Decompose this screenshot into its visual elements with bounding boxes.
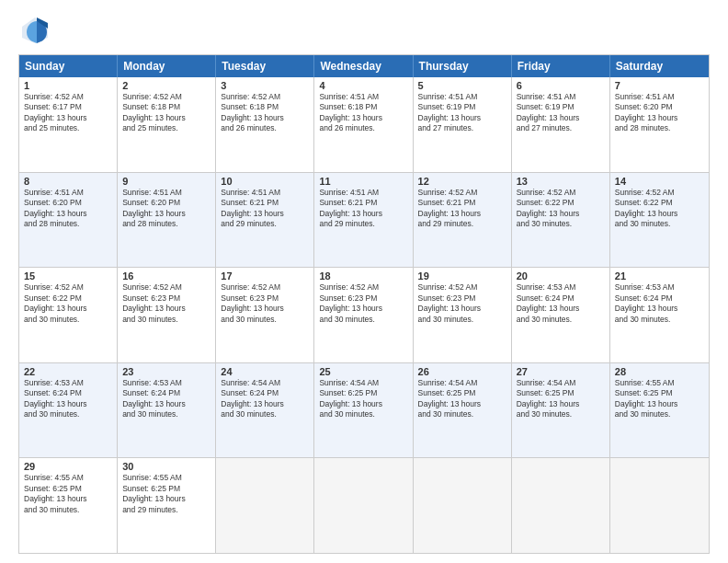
day-number: 1 [24, 80, 112, 91]
day-number: 12 [418, 176, 506, 187]
day-number: 29 [24, 461, 112, 472]
day-number: 8 [24, 176, 112, 187]
cell-info: Sunrise: 4:52 AMSunset: 6:23 PMDaylight:… [221, 282, 309, 325]
cell-info: Sunrise: 4:54 AMSunset: 6:25 PMDaylight:… [319, 378, 407, 420]
calendar-row-4: 29Sunrise: 4:55 AMSunset: 6:25 PMDayligh… [19, 457, 709, 553]
empty-cell [216, 458, 314, 553]
empty-cell [314, 458, 413, 553]
day-cell-17: 17Sunrise: 4:52 AMSunset: 6:23 PMDayligh… [216, 268, 314, 362]
calendar-row-0: 1Sunrise: 4:52 AMSunset: 6:17 PMDaylight… [19, 77, 709, 172]
day-number: 16 [122, 270, 210, 282]
cell-info: Sunrise: 4:51 AMSunset: 6:20 PMDaylight:… [615, 92, 704, 134]
page: SundayMondayTuesdayWednesdayThursdayFrid… [0, 0, 728, 563]
cell-info: Sunrise: 4:51 AMSunset: 6:21 PMDaylight:… [319, 188, 407, 230]
cell-info: Sunrise: 4:55 AMSunset: 6:25 PMDaylight:… [24, 473, 112, 515]
day-cell-22: 22Sunrise: 4:53 AMSunset: 6:24 PMDayligh… [19, 363, 118, 458]
cell-info: Sunrise: 4:51 AMSunset: 6:21 PMDaylight:… [221, 188, 309, 230]
day-number: 25 [319, 366, 407, 377]
calendar: SundayMondayTuesdayWednesdayThursdayFrid… [18, 54, 710, 554]
day-cell-20: 20Sunrise: 4:53 AMSunset: 6:24 PMDayligh… [512, 268, 610, 362]
calendar-row-2: 15Sunrise: 4:52 AMSunset: 6:22 PMDayligh… [19, 267, 709, 362]
day-number: 26 [418, 366, 506, 377]
day-cell-11: 11Sunrise: 4:51 AMSunset: 6:21 PMDayligh… [314, 173, 413, 268]
day-number: 28 [615, 366, 704, 377]
day-cell-3: 3Sunrise: 4:52 AMSunset: 6:18 PMDaylight… [216, 77, 314, 172]
day-number: 27 [517, 366, 605, 377]
header [18, 14, 710, 47]
cell-info: Sunrise: 4:52 AMSunset: 6:23 PMDaylight:… [319, 282, 407, 325]
empty-cell [512, 458, 610, 553]
day-number: 6 [517, 80, 605, 91]
header-day-thursday: Thursday [414, 55, 512, 77]
day-number: 7 [615, 80, 704, 91]
cell-info: Sunrise: 4:54 AMSunset: 6:25 PMDaylight:… [418, 378, 506, 420]
day-number: 18 [319, 270, 407, 282]
day-cell-19: 19Sunrise: 4:52 AMSunset: 6:23 PMDayligh… [414, 268, 512, 362]
cell-info: Sunrise: 4:53 AMSunset: 6:24 PMDaylight:… [24, 378, 112, 420]
cell-info: Sunrise: 4:52 AMSunset: 6:17 PMDaylight:… [24, 92, 112, 134]
day-cell-7: 7Sunrise: 4:51 AMSunset: 6:20 PMDaylight… [610, 77, 709, 172]
header-day-friday: Friday [512, 55, 610, 77]
day-number: 22 [24, 366, 112, 377]
day-cell-12: 12Sunrise: 4:52 AMSunset: 6:21 PMDayligh… [414, 173, 512, 268]
cell-info: Sunrise: 4:52 AMSunset: 6:18 PMDaylight:… [122, 92, 210, 134]
cell-info: Sunrise: 4:52 AMSunset: 6:22 PMDaylight:… [517, 188, 605, 230]
calendar-row-1: 8Sunrise: 4:51 AMSunset: 6:20 PMDaylight… [19, 172, 709, 268]
calendar-row-3: 22Sunrise: 4:53 AMSunset: 6:24 PMDayligh… [19, 362, 709, 458]
header-day-wednesday: Wednesday [314, 55, 413, 77]
day-cell-15: 15Sunrise: 4:52 AMSunset: 6:22 PMDayligh… [19, 268, 118, 362]
day-cell-16: 16Sunrise: 4:52 AMSunset: 6:23 PMDayligh… [118, 268, 216, 362]
cell-info: Sunrise: 4:51 AMSunset: 6:19 PMDaylight:… [418, 92, 506, 134]
day-number: 13 [517, 176, 605, 187]
cell-info: Sunrise: 4:53 AMSunset: 6:24 PMDaylight:… [122, 378, 210, 420]
cell-info: Sunrise: 4:51 AMSunset: 6:20 PMDaylight:… [24, 188, 112, 230]
day-cell-1: 1Sunrise: 4:52 AMSunset: 6:17 PMDaylight… [19, 77, 118, 172]
day-cell-14: 14Sunrise: 4:52 AMSunset: 6:22 PMDayligh… [610, 173, 709, 268]
day-cell-13: 13Sunrise: 4:52 AMSunset: 6:22 PMDayligh… [512, 173, 610, 268]
empty-cell [610, 458, 709, 553]
day-cell-30: 30Sunrise: 4:55 AMSunset: 6:25 PMDayligh… [118, 458, 216, 553]
cell-info: Sunrise: 4:51 AMSunset: 6:18 PMDaylight:… [319, 92, 407, 134]
cell-info: Sunrise: 4:54 AMSunset: 6:25 PMDaylight:… [517, 378, 605, 420]
day-number: 9 [122, 176, 210, 187]
day-number: 17 [221, 270, 309, 282]
cell-info: Sunrise: 4:55 AMSunset: 6:25 PMDaylight:… [122, 473, 210, 515]
day-number: 19 [418, 270, 506, 282]
day-cell-25: 25Sunrise: 4:54 AMSunset: 6:25 PMDayligh… [314, 363, 413, 458]
day-number: 10 [221, 176, 309, 187]
day-number: 15 [24, 270, 112, 282]
day-cell-29: 29Sunrise: 4:55 AMSunset: 6:25 PMDayligh… [19, 458, 118, 553]
day-cell-5: 5Sunrise: 4:51 AMSunset: 6:19 PMDaylight… [414, 77, 512, 172]
cell-info: Sunrise: 4:51 AMSunset: 6:19 PMDaylight:… [517, 92, 605, 134]
day-cell-8: 8Sunrise: 4:51 AMSunset: 6:20 PMDaylight… [19, 173, 118, 268]
cell-info: Sunrise: 4:52 AMSunset: 6:18 PMDaylight:… [221, 92, 309, 134]
day-cell-9: 9Sunrise: 4:51 AMSunset: 6:20 PMDaylight… [118, 173, 216, 268]
day-cell-27: 27Sunrise: 4:54 AMSunset: 6:25 PMDayligh… [512, 363, 610, 458]
day-cell-23: 23Sunrise: 4:53 AMSunset: 6:24 PMDayligh… [118, 363, 216, 458]
day-cell-21: 21Sunrise: 4:53 AMSunset: 6:24 PMDayligh… [610, 268, 709, 362]
cell-info: Sunrise: 4:51 AMSunset: 6:20 PMDaylight:… [122, 188, 210, 230]
cell-info: Sunrise: 4:52 AMSunset: 6:21 PMDaylight:… [418, 188, 506, 230]
day-number: 3 [221, 80, 309, 91]
logo-icon [18, 14, 51, 47]
logo [18, 14, 57, 47]
day-cell-24: 24Sunrise: 4:54 AMSunset: 6:24 PMDayligh… [216, 363, 314, 458]
day-number: 24 [221, 366, 309, 377]
cell-info: Sunrise: 4:55 AMSunset: 6:25 PMDaylight:… [615, 378, 704, 420]
day-number: 11 [319, 176, 407, 187]
cell-info: Sunrise: 4:52 AMSunset: 6:22 PMDaylight:… [24, 282, 112, 325]
cell-info: Sunrise: 4:54 AMSunset: 6:24 PMDaylight:… [221, 378, 309, 420]
header-day-sunday: Sunday [19, 55, 118, 77]
day-number: 14 [615, 176, 704, 187]
header-day-saturday: Saturday [610, 55, 709, 77]
day-cell-10: 10Sunrise: 4:51 AMSunset: 6:21 PMDayligh… [216, 173, 314, 268]
cell-info: Sunrise: 4:53 AMSunset: 6:24 PMDaylight:… [517, 282, 605, 325]
day-cell-6: 6Sunrise: 4:51 AMSunset: 6:19 PMDaylight… [512, 77, 610, 172]
day-number: 21 [615, 270, 704, 282]
cell-info: Sunrise: 4:52 AMSunset: 6:23 PMDaylight:… [122, 282, 210, 325]
day-cell-18: 18Sunrise: 4:52 AMSunset: 6:23 PMDayligh… [314, 268, 413, 362]
header-day-tuesday: Tuesday [216, 55, 314, 77]
day-cell-28: 28Sunrise: 4:55 AMSunset: 6:25 PMDayligh… [610, 363, 709, 458]
header-day-monday: Monday [118, 55, 216, 77]
cell-info: Sunrise: 4:52 AMSunset: 6:23 PMDaylight:… [418, 282, 506, 325]
